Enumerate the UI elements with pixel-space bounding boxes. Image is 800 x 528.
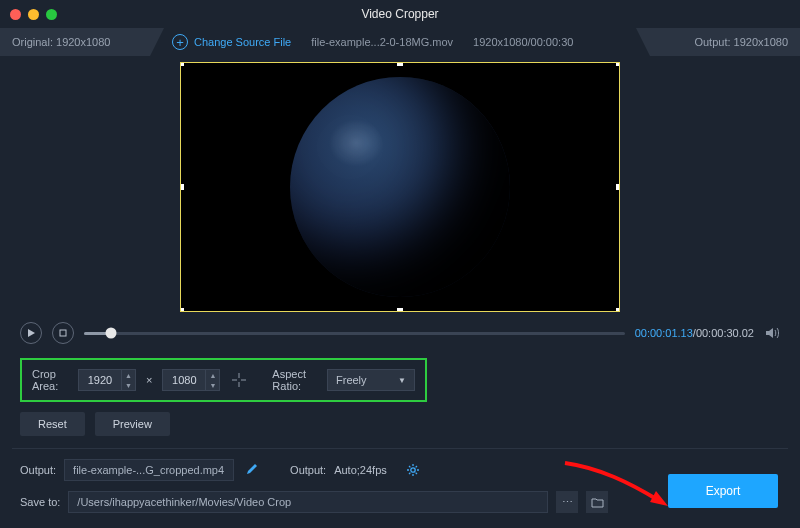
aspect-ratio-select[interactable]: Freely ▼ — [327, 369, 415, 391]
output-size-label: Output: 1920x1080 — [650, 28, 800, 56]
plus-icon: + — [172, 34, 188, 50]
output-file-label: Output: — [20, 464, 56, 476]
chevron-up-icon[interactable]: ▲ — [122, 370, 135, 380]
titlebar: Video Cropper — [0, 0, 800, 28]
aspect-ratio-value: Freely — [336, 374, 367, 386]
output-format-label: Output: — [290, 464, 326, 476]
save-to-label: Save to: — [20, 496, 60, 508]
stop-button[interactable] — [52, 322, 74, 344]
pencil-icon — [246, 463, 258, 475]
original-size-label: Original: 1920x1080 — [0, 28, 150, 56]
reset-button[interactable]: Reset — [20, 412, 85, 436]
change-source-button[interactable]: + Change Source File — [172, 34, 291, 50]
change-source-label: Change Source File — [194, 36, 291, 48]
chevron-down-icon[interactable]: ▼ — [122, 380, 135, 390]
crop-width-stepper[interactable]: ▲▼ — [78, 369, 136, 391]
rename-button[interactable] — [242, 463, 262, 477]
seek-track[interactable] — [84, 332, 625, 335]
preview-button[interactable]: Preview — [95, 412, 170, 436]
crop-handle-bl[interactable] — [180, 308, 184, 312]
crop-height-input[interactable] — [163, 374, 205, 386]
volume-icon[interactable] — [764, 325, 780, 341]
source-file-meta: 1920x1080/00:00:30 — [473, 36, 573, 48]
play-icon — [27, 329, 35, 337]
stop-icon — [59, 329, 67, 337]
crop-area-label: Crop Area: — [32, 368, 68, 392]
crop-handle-bm[interactable] — [397, 308, 403, 312]
aspect-ratio-label: Aspect Ratio: — [272, 368, 317, 392]
crop-preview[interactable] — [180, 62, 620, 312]
preview-zone — [0, 62, 800, 312]
output-format-value: Auto;24fps — [334, 464, 387, 476]
crop-handle-mr[interactable] — [616, 184, 620, 190]
browse-folder-button[interactable]: ⋯ — [556, 491, 578, 513]
timecode: 00:00:01.13/00:00:30.02 — [635, 327, 754, 339]
source-file-name: file-example...2-0-18MG.mov — [311, 36, 453, 48]
output-file-field: file-example-...G_cropped.mp4 — [64, 459, 234, 481]
output-settings-button[interactable] — [405, 462, 421, 478]
open-folder-button[interactable] — [586, 491, 608, 513]
crop-width-input[interactable] — [79, 374, 121, 386]
svg-rect-1 — [60, 330, 66, 336]
crosshair-icon — [230, 371, 248, 389]
play-button[interactable] — [20, 322, 42, 344]
total-time: 00:00:30.02 — [696, 327, 754, 339]
current-time: 00:00:01.13 — [635, 327, 693, 339]
svg-point-2 — [411, 468, 415, 472]
folder-icon — [591, 497, 604, 508]
seek-thumb[interactable] — [106, 328, 117, 339]
gear-icon — [406, 463, 420, 477]
header-bar: Original: 1920x1080 + Change Source File… — [0, 28, 800, 56]
chevron-up-icon[interactable]: ▲ — [206, 370, 219, 380]
crop-height-stepper[interactable]: ▲▼ — [162, 369, 220, 391]
chevron-down-icon[interactable]: ▼ — [206, 380, 219, 390]
crop-controls: Crop Area: ▲▼ × ▲▼ Aspect Ratio: Freely … — [20, 358, 427, 402]
video-frame — [290, 77, 510, 297]
export-button[interactable]: Export — [668, 474, 778, 508]
playback-bar: 00:00:01.13/00:00:30.02 — [0, 312, 800, 352]
save-path-field: /Users/ihappyacethinker/Movies/Video Cro… — [68, 491, 548, 513]
window-title: Video Cropper — [0, 7, 800, 21]
crop-handle-tm[interactable] — [397, 62, 403, 66]
crop-handle-ml[interactable] — [180, 184, 184, 190]
crop-handle-tr[interactable] — [616, 62, 620, 66]
chevron-down-icon: ▼ — [398, 376, 406, 385]
center-crop-button[interactable] — [230, 369, 248, 391]
times-label: × — [146, 374, 152, 386]
svg-marker-0 — [28, 329, 35, 337]
divider — [12, 448, 788, 449]
action-buttons: Reset Preview — [20, 412, 780, 436]
crop-handle-br[interactable] — [616, 308, 620, 312]
ellipsis-icon: ⋯ — [562, 496, 573, 509]
crop-handle-tl[interactable] — [180, 62, 184, 66]
